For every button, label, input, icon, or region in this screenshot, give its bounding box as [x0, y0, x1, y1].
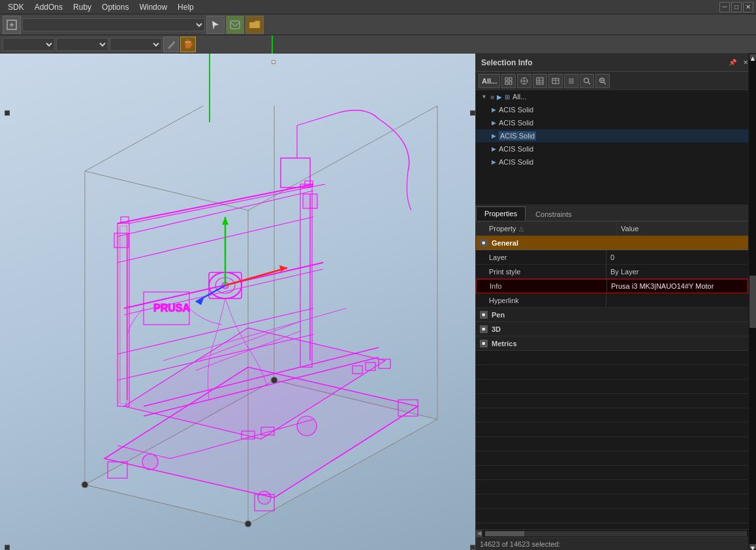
svg-text:PRUSA: PRUSA — [153, 302, 190, 314]
svg-rect-75 — [509, 78, 512, 80]
tree-content: ▼ ■ ▶ ⊞ All... ▶ ACIS Solid ▶ ACIS Solid — [476, 90, 748, 204]
panel-pin-btn[interactable]: 📌 — [727, 57, 738, 68]
section-general[interactable]: ■ General — [476, 236, 748, 250]
hscroll-thumb[interactable] — [485, 531, 524, 536]
section-metrics[interactable]: ■ Metrics — [476, 336, 748, 351]
folder-btn[interactable] — [245, 16, 264, 34]
menu-ruby[interactable]: Ruby — [68, 1, 97, 13]
svg-line-24 — [129, 184, 325, 223]
prop-row-info[interactable]: Info Prusa i3 MK3|NAUO14#Y Motor — [476, 279, 748, 293]
move-handle-top[interactable] — [272, 60, 276, 64]
section-label-pen: Pen — [492, 311, 505, 319]
cursor-btn[interactable] — [206, 16, 225, 34]
section-label-3d: 3D — [492, 325, 501, 333]
all-label-btn[interactable]: All... — [479, 74, 500, 88]
menu-window[interactable]: Window — [134, 1, 172, 13]
new-btn[interactable] — [3, 16, 21, 34]
search-icon-btn[interactable] — [595, 74, 610, 88]
svg-rect-79 — [537, 78, 543, 84]
empty-row-2 — [476, 365, 748, 380]
outer-scroll-up-btn[interactable]: ▲ — [749, 54, 756, 59]
tree-item-1[interactable]: ▶ ACIS Solid — [476, 103, 748, 116]
section-3d[interactable]: ■ 3D — [476, 322, 748, 336]
grid-icon-btn[interactable] — [501, 74, 516, 88]
tree-item-all[interactable]: ▼ ■ ▶ ⊞ All... — [476, 90, 748, 103]
prop-row-layer[interactable]: Layer 0 — [476, 250, 748, 265]
tree-item-2[interactable]: ▶ ACIS Solid — [476, 116, 748, 129]
outer-right-scrollbar[interactable]: ▲ ▼ — [748, 54, 756, 550]
svg-point-49 — [142, 454, 158, 470]
panel-toolbar: All... — [476, 72, 756, 90]
color-icon-btn[interactable] — [517, 74, 531, 88]
svg-line-20 — [118, 217, 313, 263]
main-combo[interactable] — [22, 18, 205, 31]
prop-col-header: Property △ — [476, 221, 617, 235]
prop-icon-btn[interactable] — [564, 74, 578, 88]
panel-titlebar: Selection Info 📌 ✕ — [476, 54, 756, 72]
prop-name-printstyle: Print style — [476, 265, 606, 278]
prop-row-printstyle[interactable]: Print style By Layer — [476, 265, 748, 279]
tree-label-all: All... — [512, 93, 526, 101]
section-icon-metrics: ■ — [480, 340, 488, 348]
minimize-btn[interactable]: ─ — [719, 2, 730, 12]
prop-name-hyperlink: Hyperlink — [476, 293, 606, 307]
dd3[interactable] — [110, 38, 162, 51]
empty-row-7 — [476, 437, 748, 451]
svg-line-37 — [297, 112, 339, 125]
tab-properties[interactable]: Properties — [476, 206, 526, 221]
status-text: 14623 of 14623 selected: — [480, 540, 561, 548]
tree-item-5[interactable]: ▶ ACIS Solid — [476, 155, 748, 169]
hscroll-track[interactable] — [485, 531, 747, 536]
tree-marker-2: ▶ — [492, 120, 496, 126]
winclose-btn[interactable]: ✕ — [743, 2, 753, 12]
svg-line-11 — [85, 106, 274, 171]
svg-point-71 — [82, 481, 88, 488]
outer-scroll-down-btn[interactable]: ▼ — [749, 544, 756, 549]
section-pen[interactable]: ■ Pen — [476, 308, 748, 322]
prop-value-hyperlink[interactable] — [606, 293, 748, 307]
dd1[interactable] — [3, 38, 55, 51]
svg-rect-77 — [509, 82, 512, 84]
tab-constraints[interactable]: Constraints — [527, 207, 580, 221]
empty-row-9 — [476, 466, 748, 480]
svg-marker-70 — [222, 217, 228, 225]
toolbar1 — [0, 14, 756, 35]
dd2[interactable] — [56, 38, 108, 51]
tree-marker-5: ▶ — [492, 159, 496, 165]
restore-btn[interactable]: □ — [731, 2, 742, 12]
menu-options[interactable]: Options — [97, 1, 134, 13]
viewport[interactable]: PRUSA — [0, 54, 475, 550]
svg-line-19 — [118, 191, 313, 236]
empty-row-8 — [476, 451, 748, 466]
empty-row-11 — [476, 494, 748, 509]
tree-dash-all: ■ — [490, 93, 494, 101]
panel-hscrollbar[interactable]: ◀ ▶ — [476, 529, 756, 537]
coffee-btn[interactable] — [180, 37, 196, 52]
empty-row-10 — [476, 480, 748, 494]
tree-item-4[interactable]: ▶ ACIS Solid — [476, 142, 748, 155]
tree-label-2: ACIS Solid — [499, 119, 533, 127]
tree-marker-1: ▶ — [492, 106, 496, 113]
tree-label-4: ACIS Solid — [499, 145, 533, 153]
svg-line-23 — [118, 184, 313, 223]
email-btn[interactable] — [226, 16, 244, 34]
svg-point-50 — [258, 491, 271, 504]
tree-item-3[interactable]: ▶ ACIS Solid — [476, 129, 748, 142]
prop-value-info[interactable]: Prusa i3 MK3|NAUO14#Y Motor — [607, 280, 748, 293]
prop-value-printstyle[interactable]: By Layer — [606, 265, 748, 278]
table2-icon-btn[interactable] — [548, 74, 563, 88]
hscroll-left-btn[interactable]: ◀ — [476, 530, 482, 537]
svg-rect-1 — [230, 21, 240, 29]
menubar: SDK AddOns Ruby Options Window Help ─ □ … — [0, 0, 756, 14]
table-icon-btn[interactable] — [533, 74, 547, 88]
outer-scroll-thumb[interactable] — [749, 276, 756, 328]
corner-tr — [470, 110, 475, 116]
menu-addons[interactable]: AddOns — [29, 1, 68, 13]
pencil-btn[interactable] — [163, 37, 179, 52]
prop-row-hyperlink[interactable]: Hyperlink — [476, 293, 748, 308]
menu-help[interactable]: Help — [172, 1, 199, 13]
magnify-icon-btn[interactable] — [580, 74, 594, 88]
svg-rect-35 — [281, 158, 310, 187]
prop-value-layer[interactable]: 0 — [606, 250, 748, 264]
menu-sdk[interactable]: SDK — [3, 1, 29, 13]
